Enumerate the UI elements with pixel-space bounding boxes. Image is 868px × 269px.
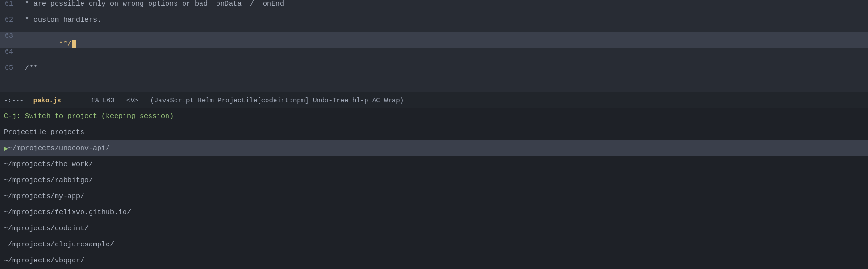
code-text-62: * custom handlers. <box>21 16 101 24</box>
code-line-63: 63 **/ <box>0 32 868 48</box>
project-path-0: ~/mprojects/unoconv-api/ <box>8 144 110 152</box>
modeline-info: 1% L63 <V> (JavaScript Helm Projectile[c… <box>63 97 404 104</box>
code-line-61: 61 * are possible only on wrong options … <box>0 0 868 16</box>
project-item-1[interactable]: ~/mprojects/the_work/ <box>0 156 868 172</box>
project-path-5: ~/mprojects/codeint/ <box>4 225 89 233</box>
code-line-62: 62 * custom handlers. <box>0 16 868 32</box>
code-text-61: * are possible only on wrong options or … <box>21 0 284 8</box>
editor-modeline: -:--- pako.js 1% L63 <V> (JavaScript Hel… <box>0 92 868 108</box>
switch-hint-line: C-j: Switch to project (keeping session) <box>0 108 868 124</box>
project-path-3: ~/mprojects/my-app/ <box>4 193 84 201</box>
switch-hint-text: C-j: Switch to project (keeping session) <box>4 112 174 120</box>
minibuffer: C-j: Switch to project (keeping session)… <box>0 108 868 269</box>
project-path-1: ~/mprojects/the_work/ <box>4 160 93 168</box>
project-item-0[interactable]: ▶ ~/mprojects/unoconv-api/ <box>0 140 868 156</box>
line-number-62: 62 <box>4 16 21 24</box>
modeline-filename: pako.js <box>32 97 63 104</box>
project-item-6[interactable]: ~/mprojects/clojuresample/ <box>0 236 868 252</box>
text-cursor <box>72 40 76 48</box>
editor-container: 61 * are possible only on wrong options … <box>0 0 868 269</box>
project-item-2[interactable]: ~/mprojects/rabbitgo/ <box>0 172 868 188</box>
project-path-2: ~/mprojects/rabbitgo/ <box>4 177 93 185</box>
project-selector-icon: ▶ <box>4 144 8 153</box>
project-item-4[interactable]: ~/mprojects/felixvo.github.io/ <box>0 204 868 220</box>
modeline-dashes: -:--- <box>4 97 32 104</box>
projects-header-text: Projectile projects <box>4 128 84 136</box>
code-line-65: 65 /** <box>0 64 868 80</box>
project-item-3[interactable]: ~/mprojects/my-app/ <box>0 188 868 204</box>
code-text-65: /** <box>21 64 38 72</box>
line-number-65: 65 <box>4 64 21 72</box>
code-line-64: 64 <box>0 48 868 64</box>
projects-header-line: Projectile projects <box>0 124 868 140</box>
project-item-7[interactable]: ~/mprojects/vbqqqr/ <box>0 252 868 269</box>
code-editor[interactable]: 61 * are possible only on wrong options … <box>0 0 868 92</box>
line-number-64: 64 <box>4 48 21 56</box>
project-path-6: ~/mprojects/clojuresample/ <box>4 241 114 249</box>
project-path-7: ~/mprojects/vbqqqr/ <box>4 257 84 265</box>
project-item-5[interactable]: ~/mprojects/codeint/ <box>0 220 868 236</box>
line-number-61: 61 <box>4 0 21 8</box>
line-number-63: 63 <box>4 32 21 40</box>
code-text-63: **/ <box>21 32 76 56</box>
project-path-4: ~/mprojects/felixvo.github.io/ <box>4 209 131 217</box>
